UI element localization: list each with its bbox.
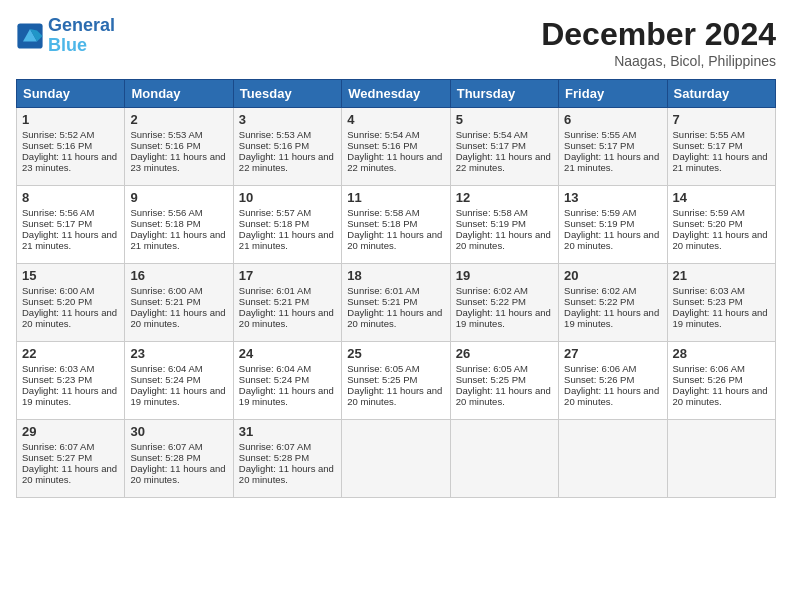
day-cell-18: 18 Sunrise: 6:01 AMSunset: 5:21 PMDaylig…	[342, 264, 450, 342]
day-cell-7: 7 Sunrise: 5:55 AMSunset: 5:17 PMDayligh…	[667, 108, 775, 186]
page-container: General Blue December 2024 Naagas, Bicol…	[0, 0, 792, 506]
day-cell-20: 20 Sunrise: 6:02 AMSunset: 5:22 PMDaylig…	[559, 264, 667, 342]
day-cell-15: 15 Sunrise: 6:00 AMSunset: 5:20 PMDaylig…	[17, 264, 125, 342]
header-friday: Friday	[559, 80, 667, 108]
title-block: December 2024 Naagas, Bicol, Philippines	[541, 16, 776, 69]
table-row: 15 Sunrise: 6:00 AMSunset: 5:20 PMDaylig…	[17, 264, 776, 342]
empty-cell	[342, 420, 450, 498]
day-cell-8: 8 Sunrise: 5:56 AMSunset: 5:17 PMDayligh…	[17, 186, 125, 264]
day-cell-29: 29 Sunrise: 6:07 AMSunset: 5:27 PMDaylig…	[17, 420, 125, 498]
empty-cell	[450, 420, 558, 498]
day-cell-27: 27 Sunrise: 6:06 AMSunset: 5:26 PMDaylig…	[559, 342, 667, 420]
day-cell-30: 30 Sunrise: 6:07 AMSunset: 5:28 PMDaylig…	[125, 420, 233, 498]
day-cell-17: 17 Sunrise: 6:01 AMSunset: 5:21 PMDaylig…	[233, 264, 341, 342]
day-cell-10: 10 Sunrise: 5:57 AMSunset: 5:18 PMDaylig…	[233, 186, 341, 264]
day-cell-12: 12 Sunrise: 5:58 AMSunset: 5:19 PMDaylig…	[450, 186, 558, 264]
header: General Blue December 2024 Naagas, Bicol…	[16, 16, 776, 69]
day-cell-3: 3 Sunrise: 5:53 AMSunset: 5:16 PMDayligh…	[233, 108, 341, 186]
month-title: December 2024	[541, 16, 776, 53]
day-cell-4: 4 Sunrise: 5:54 AMSunset: 5:16 PMDayligh…	[342, 108, 450, 186]
day-cell-6: 6 Sunrise: 5:55 AMSunset: 5:17 PMDayligh…	[559, 108, 667, 186]
day-cell-24: 24 Sunrise: 6:04 AMSunset: 5:24 PMDaylig…	[233, 342, 341, 420]
day-cell-13: 13 Sunrise: 5:59 AMSunset: 5:19 PMDaylig…	[559, 186, 667, 264]
table-row: 1 Sunrise: 5:52 AMSunset: 5:16 PMDayligh…	[17, 108, 776, 186]
header-monday: Monday	[125, 80, 233, 108]
table-row: 8 Sunrise: 5:56 AMSunset: 5:17 PMDayligh…	[17, 186, 776, 264]
day-cell-31: 31 Sunrise: 6:07 AMSunset: 5:28 PMDaylig…	[233, 420, 341, 498]
calendar-table: Sunday Monday Tuesday Wednesday Thursday…	[16, 79, 776, 498]
day-cell-2: 2 Sunrise: 5:53 AMSunset: 5:16 PMDayligh…	[125, 108, 233, 186]
day-cell-14: 14 Sunrise: 5:59 AMSunset: 5:20 PMDaylig…	[667, 186, 775, 264]
day-cell-19: 19 Sunrise: 6:02 AMSunset: 5:22 PMDaylig…	[450, 264, 558, 342]
header-sunday: Sunday	[17, 80, 125, 108]
day-cell-5: 5 Sunrise: 5:54 AMSunset: 5:17 PMDayligh…	[450, 108, 558, 186]
logo-line1: General	[48, 15, 115, 35]
header-saturday: Saturday	[667, 80, 775, 108]
header-thursday: Thursday	[450, 80, 558, 108]
location: Naagas, Bicol, Philippines	[541, 53, 776, 69]
empty-cell	[667, 420, 775, 498]
day-cell-1: 1 Sunrise: 5:52 AMSunset: 5:16 PMDayligh…	[17, 108, 125, 186]
day-cell-26: 26 Sunrise: 6:05 AMSunset: 5:25 PMDaylig…	[450, 342, 558, 420]
table-row: 29 Sunrise: 6:07 AMSunset: 5:27 PMDaylig…	[17, 420, 776, 498]
logo: General Blue	[16, 16, 115, 56]
day-cell-16: 16 Sunrise: 6:00 AMSunset: 5:21 PMDaylig…	[125, 264, 233, 342]
day-cell-21: 21 Sunrise: 6:03 AMSunset: 5:23 PMDaylig…	[667, 264, 775, 342]
day-cell-28: 28 Sunrise: 6:06 AMSunset: 5:26 PMDaylig…	[667, 342, 775, 420]
header-tuesday: Tuesday	[233, 80, 341, 108]
weekday-header-row: Sunday Monday Tuesday Wednesday Thursday…	[17, 80, 776, 108]
logo-icon	[16, 22, 44, 50]
logo-text: General Blue	[48, 16, 115, 56]
header-wednesday: Wednesday	[342, 80, 450, 108]
empty-cell	[559, 420, 667, 498]
day-cell-25: 25 Sunrise: 6:05 AMSunset: 5:25 PMDaylig…	[342, 342, 450, 420]
day-cell-22: 22 Sunrise: 6:03 AMSunset: 5:23 PMDaylig…	[17, 342, 125, 420]
logo-line2: Blue	[48, 35, 87, 55]
day-cell-23: 23 Sunrise: 6:04 AMSunset: 5:24 PMDaylig…	[125, 342, 233, 420]
day-cell-11: 11 Sunrise: 5:58 AMSunset: 5:18 PMDaylig…	[342, 186, 450, 264]
table-row: 22 Sunrise: 6:03 AMSunset: 5:23 PMDaylig…	[17, 342, 776, 420]
day-cell-9: 9 Sunrise: 5:56 AMSunset: 5:18 PMDayligh…	[125, 186, 233, 264]
